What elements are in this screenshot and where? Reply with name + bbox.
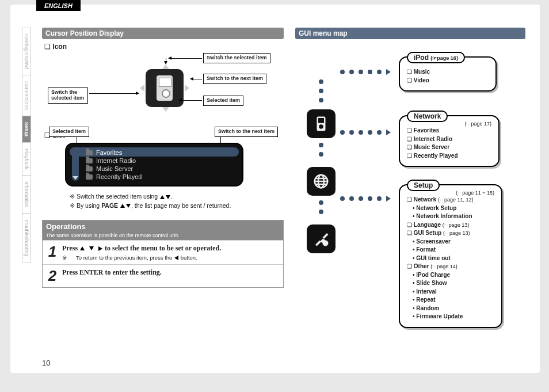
operations-heading: Operations (43, 220, 283, 233)
callout-arrow (190, 79, 202, 79)
card-title: Setup (414, 181, 433, 189)
icon-diagram: Switch the selected item Switch the sele… (48, 53, 278, 128)
left-column: Cursor Position Display Icon Switch the … (42, 28, 284, 288)
menu-item: Favorites (407, 127, 491, 135)
menu-item: GUI Setup (☞page 13) (407, 229, 494, 238)
svg-point-2 (319, 124, 323, 129)
svg-rect-1 (318, 118, 324, 123)
connector-dots (340, 69, 391, 75)
tag-switch-next: Switch to the next item (203, 74, 266, 84)
card-title: iPod (414, 54, 429, 62)
step-number: 2 (43, 265, 62, 287)
gui-map-heading: GUI menu map (295, 28, 525, 39)
triangle-up-icon (120, 204, 125, 208)
folder-icon (86, 150, 93, 155)
menu-item: Other (☞page 14) (407, 262, 494, 271)
list-panel: Favorites Internet Radio Music Server Re… (65, 143, 243, 187)
list-item: Music Server (86, 165, 237, 173)
list-item: Internet Radio (86, 157, 237, 165)
tools-icon (307, 224, 336, 253)
tag-selected-item: Selected item (203, 96, 243, 106)
menu-subitem: Random (407, 305, 494, 313)
menu-subitem: GUI time out (407, 254, 494, 263)
menu-item: Internet Radio (407, 135, 491, 144)
globe-icon (307, 167, 336, 196)
menu-item: Music Server (407, 143, 491, 152)
connector-dots (319, 200, 323, 214)
step-number: 1 (43, 241, 62, 264)
arrowhead-icon (386, 69, 391, 75)
ipod-glyph-icon (157, 75, 173, 101)
list-item: Recently Played (86, 173, 237, 181)
list-notes: Switch the selected item using . By usin… (70, 192, 284, 211)
sidenav-troubleshooting[interactable]: Troubleshooting (22, 213, 31, 262)
arrow-up-icon (162, 64, 169, 69)
menu-item: Music (407, 68, 489, 77)
sidenav-setup[interactable]: Setup (22, 116, 31, 142)
callout-arrow (166, 58, 166, 64)
triangle-down-icon (89, 246, 94, 250)
menu-subitem: Slide Show (407, 279, 494, 288)
sidenav-connections[interactable]: Connections (22, 75, 31, 116)
menu-subitem: iPod Charge (407, 271, 494, 280)
menu-item: Network (☞page 11, 12) (407, 196, 494, 204)
tag-switch-selected-top: Switch the selected item (203, 53, 270, 63)
menu-subitem: Firmware Update (407, 313, 494, 321)
operations-subheading: The same operation is possible on the re… (43, 233, 283, 240)
menu-item: Video (407, 77, 489, 85)
folder-icon (86, 174, 93, 180)
arrow-right-icon (185, 85, 189, 92)
callout-arrow (169, 58, 202, 59)
menu-subitem: Repeat (407, 296, 494, 305)
menu-subitem: Network Information (407, 212, 494, 221)
arrow-down-icon (162, 107, 169, 112)
menu-subitem: Interval (407, 288, 494, 296)
connector-dots (319, 79, 323, 102)
list-item: Favorites (86, 149, 237, 157)
ipod-icon (307, 109, 336, 138)
step-2: 2 Press ENTER to enter the setting. (43, 264, 283, 287)
arrowhead-icon (386, 196, 391, 201)
sidenav-information[interactable]: Information (22, 175, 31, 213)
menu-item: Recently Played (407, 152, 491, 161)
connector-dots (340, 130, 391, 135)
right-column: GUI menu map iPod (☞page 16) (295, 28, 525, 345)
menu-item: Language (☞page 13) (407, 221, 494, 230)
callout-arrow (179, 100, 202, 101)
arrow-left-icon (140, 85, 144, 92)
menu-subitem: Screensaver (407, 238, 494, 246)
folder-icon (86, 166, 93, 172)
list-tag-selected: Selected item (49, 127, 89, 137)
tag-switch-selected-left: Switch the selected item (48, 87, 88, 104)
list-diagram: Selected item Switch to the next item Fa… (42, 143, 284, 187)
menu-subitem: Network Setup (407, 204, 494, 213)
sidenav-getting-started[interactable]: Getting Started (22, 28, 31, 75)
ipod-card: iPod (☞page 16) Music Video (399, 56, 497, 92)
triangle-down-icon (126, 204, 131, 208)
sidenav-playback[interactable]: Playback (22, 142, 31, 176)
setup-card: Setup (☞page 11 ~ 15) Network (☞page 11,… (399, 184, 502, 328)
connector-dots (319, 143, 323, 157)
folder-icon (86, 158, 93, 163)
triangle-right-icon (98, 246, 102, 251)
language-tab: ENGLISH (36, 0, 81, 11)
connector-dots (340, 196, 391, 201)
page-number: 10 (42, 359, 50, 367)
list-tag-next: Switch to the next item (215, 127, 278, 137)
triangle-up-icon (80, 246, 85, 250)
triangle-down-icon (166, 195, 170, 199)
triangle-up-icon (160, 195, 165, 199)
step-1: 1 Press to select the menu to be set or … (43, 240, 283, 264)
menu-map-diagram: iPod (☞page 16) Music Video Network (☞pa… (295, 46, 525, 345)
icon-subheading: Icon (44, 43, 284, 51)
operations-box: Operations The same operation is possibl… (42, 220, 284, 288)
arrowhead-icon (386, 130, 391, 135)
card-title: Network (414, 112, 441, 120)
network-card: Network (☞page 17) Favorites Internet Ra… (399, 115, 500, 167)
manual-page: ENGLISH Getting Started Connections Setu… (10, 5, 540, 373)
menu-subitem: Format (407, 246, 494, 254)
triangle-left-icon (174, 256, 178, 260)
side-navigation: Getting Started Connections Setup Playba… (22, 28, 31, 287)
cursor-heading: Cursor Position Display (42, 28, 284, 39)
callout-arrow (89, 93, 139, 94)
